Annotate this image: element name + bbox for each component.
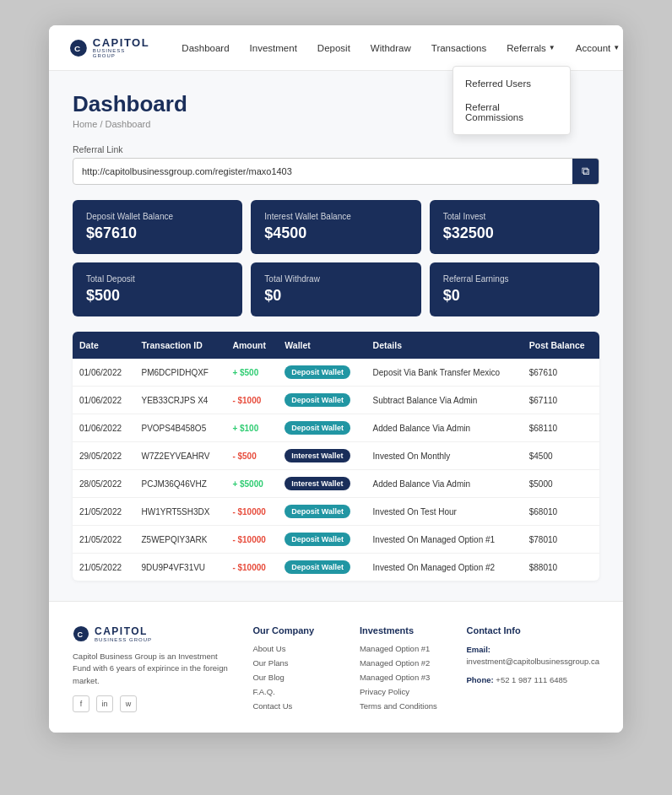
- footer-email[interactable]: investment@capitolbusinessgroup.ca: [466, 657, 599, 666]
- brand-logo[interactable]: C CAPITOL BUSINESS GROUP: [69, 37, 149, 58]
- stat-card-total-deposit: Total Deposit $500: [73, 262, 242, 316]
- cell-wallet: Deposit Wallet: [278, 526, 366, 554]
- footer-option1[interactable]: Managed Option #1: [360, 644, 452, 653]
- footer-terms[interactable]: Terms and Conditions: [360, 701, 452, 711]
- transactions-table: Date Transaction ID Amount Wallet Detail…: [73, 332, 599, 581]
- nav-investment[interactable]: Investment: [241, 38, 306, 58]
- stat-value-4: $0: [264, 287, 407, 305]
- cell-details: Invested On Managed Option #1: [366, 526, 523, 554]
- stat-cards-grid-2: Total Deposit $500 Total Withdraw $0 Ref…: [73, 262, 599, 316]
- account-arrow-icon: ▼: [613, 44, 620, 51]
- cell-wallet: Interest Wallet: [278, 470, 366, 498]
- cell-amount: + $500: [225, 359, 278, 387]
- cell-wallet: Deposit Wallet: [278, 498, 366, 526]
- facebook-icon[interactable]: f: [73, 695, 89, 712]
- col-details: Details: [366, 332, 523, 359]
- referral-section: Referral Link ⧉: [73, 144, 599, 185]
- footer-our-plans[interactable]: Our Plans: [252, 658, 344, 668]
- footer-grid: C CAPITOL BUSINESS GROUP Capitol Busines…: [73, 625, 599, 716]
- cell-txid: YEB33CRJPS X4: [135, 387, 226, 414]
- referral-input-wrap: ⧉: [73, 158, 599, 185]
- cell-post-balance: $68010: [523, 498, 599, 526]
- footer-social: f in w: [73, 695, 237, 712]
- dropdown-referred-users[interactable]: Referred Users: [453, 72, 570, 95]
- footer-faq[interactable]: F.A.Q.: [252, 687, 344, 696]
- footer-phone: +52 1 987 111 6485: [496, 675, 567, 684]
- cell-post-balance: $67610: [523, 359, 599, 387]
- cell-wallet: Deposit Wallet: [278, 554, 366, 581]
- referral-label: Referral Link: [73, 144, 599, 154]
- nav-dashboard[interactable]: Dashboard: [173, 38, 237, 58]
- breadcrumb-home[interactable]: Home: [73, 119, 97, 129]
- footer-phone-row: Phone: +52 1 987 111 6485: [466, 674, 599, 686]
- brand-subtitle: BUSINESS GROUP: [93, 48, 150, 58]
- table-row: 01/06/2022 PVOPS4B458O5 + $100 Deposit W…: [73, 414, 599, 442]
- cell-date: 21/05/2022: [73, 554, 135, 581]
- cell-amount: - $1000: [225, 387, 278, 414]
- phone-label: Phone:: [466, 675, 493, 684]
- footer-email-row: Email: investment@capitolbusinessgroup.c…: [466, 644, 599, 668]
- col-date: Date: [73, 332, 135, 359]
- cell-date: 29/05/2022: [73, 442, 135, 470]
- referrals-arrow-icon: ▼: [549, 44, 555, 51]
- cell-amount: + $5000: [225, 470, 278, 498]
- cell-amount: - $500: [225, 442, 278, 470]
- nav-account[interactable]: Account ▼: [567, 38, 623, 58]
- cell-wallet: Deposit Wallet: [278, 359, 366, 387]
- cell-post-balance: $5000: [523, 470, 599, 498]
- cell-details: Added Balance Via Admin: [366, 414, 523, 442]
- footer-company-title: Our Company: [252, 625, 344, 635]
- svg-text:C: C: [77, 630, 83, 639]
- cell-post-balance: $88010: [523, 554, 599, 581]
- svg-text:C: C: [74, 43, 80, 52]
- footer-about[interactable]: About Us: [252, 644, 344, 653]
- cell-post-balance: $67110: [523, 387, 599, 414]
- cell-wallet: Interest Wallet: [278, 442, 366, 470]
- cell-date: 01/06/2022: [73, 387, 135, 414]
- referral-copy-button[interactable]: ⧉: [572, 159, 599, 184]
- footer-our-blog[interactable]: Our Blog: [252, 673, 344, 682]
- table-row: 29/05/2022 W7Z2EYVEAHRV - $500 Interest …: [73, 442, 599, 470]
- footer-privacy[interactable]: Privacy Policy: [360, 687, 452, 696]
- whatsapp-icon[interactable]: w: [120, 695, 137, 712]
- cell-date: 21/05/2022: [73, 526, 135, 554]
- cell-amount: + $100: [225, 414, 278, 442]
- nav-referrals[interactable]: Referrals ▼: [498, 38, 564, 58]
- footer-option2[interactable]: Managed Option #2: [360, 658, 452, 668]
- table-row: 21/05/2022 Z5WEPQIY3ARK - $10000 Deposit…: [73, 526, 599, 554]
- footer-contact-us[interactable]: Contact Us: [252, 701, 344, 711]
- cell-details: Deposit Via Bank Transfer Mexico: [366, 359, 523, 387]
- email-label: Email:: [466, 645, 490, 654]
- cell-txid: PVOPS4B458O5: [135, 414, 226, 442]
- footer-brand: C CAPITOL BUSINESS GROUP: [73, 625, 237, 642]
- cell-details: Invested On Managed Option #2: [366, 554, 523, 581]
- table-row: 01/06/2022 YEB33CRJPS X4 - $1000 Deposit…: [73, 387, 599, 414]
- nav-transactions[interactable]: Transactions: [423, 38, 495, 58]
- dropdown-referral-commissions[interactable]: Referral Commissions: [453, 95, 570, 129]
- footer-option3[interactable]: Managed Option #3: [360, 673, 452, 682]
- cell-txid: PM6DCPIDHQXF: [135, 359, 226, 387]
- cell-date: 21/05/2022: [73, 498, 135, 526]
- page-container: C CAPITOL BUSINESS GROUP Dashboard Inves…: [49, 25, 623, 733]
- footer-brand-col: C CAPITOL BUSINESS GROUP Capitol Busines…: [73, 625, 237, 716]
- footer-company-col: Our Company About Us Our Plans Our Blog …: [252, 625, 344, 716]
- cell-details: Invested On Monthly: [366, 442, 523, 470]
- cell-txid: HW1YRT5SH3DX: [135, 498, 226, 526]
- footer-contact-col: Contact Info Email: investment@capitolbu…: [466, 625, 599, 716]
- cell-post-balance: $68110: [523, 414, 599, 442]
- cell-amount: - $10000: [225, 498, 278, 526]
- breadcrumb-current: Dashboard: [106, 119, 151, 129]
- transactions-body: 01/06/2022 PM6DCPIDHQXF + $500 Deposit W…: [73, 359, 599, 581]
- table-header-row: Date Transaction ID Amount Wallet Detail…: [73, 332, 599, 359]
- stat-card-deposit-wallet: Deposit Wallet Balance $67610: [73, 200, 242, 254]
- nav-deposit[interactable]: Deposit: [309, 38, 359, 58]
- transactions-table-wrap: Date Transaction ID Amount Wallet Detail…: [73, 332, 599, 581]
- nav-withdraw[interactable]: Withdraw: [362, 38, 420, 58]
- stat-label-4: Total Withdraw: [264, 274, 407, 284]
- stat-card-interest-wallet: Interest Wallet Balance $4500: [251, 200, 420, 254]
- stat-label-1: Interest Wallet Balance: [264, 212, 407, 221]
- referral-input[interactable]: [73, 160, 572, 182]
- col-post-balance: Post Balance: [523, 332, 599, 359]
- instagram-icon[interactable]: in: [96, 695, 113, 712]
- cell-post-balance: $78010: [523, 526, 599, 554]
